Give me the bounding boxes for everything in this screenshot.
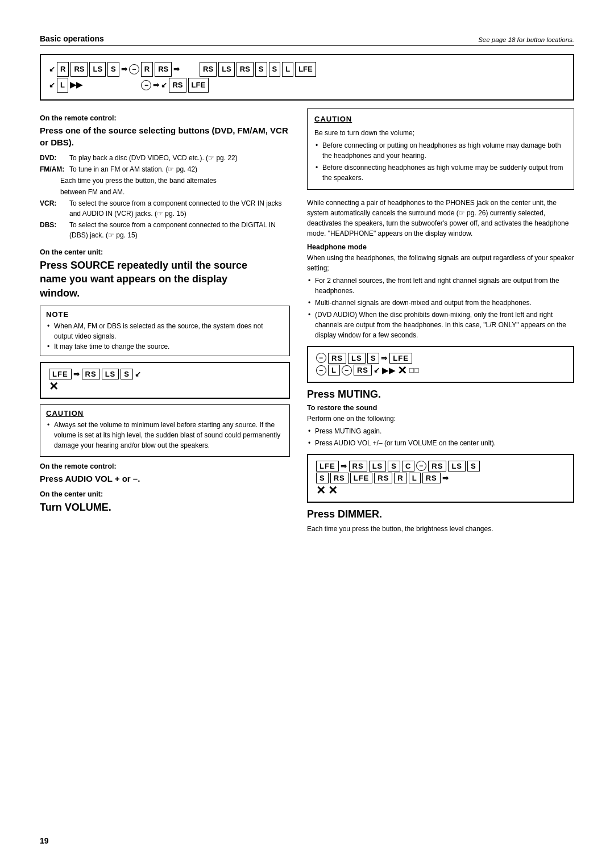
right-column: CAUTION Be sure to turn down the volume;… [307,108,574,536]
page-header: Basic operations See page 18 for button … [40,34,574,46]
source-heading: Press one of the source selecting button… [40,124,290,148]
header-title: Basic operations [40,34,104,43]
note-2: It may take time to change the source. [46,341,284,352]
dimmer-text: Each time you press the button, the brig… [307,524,574,534]
center-label-2: On the center unit: [40,490,290,498]
dimmer-line-1: LFE ⇒ RS LS S C − RS LS S [316,461,565,471]
caution-bullet-left-1: Always set the volume to minimum level b… [46,420,284,450]
dbs-row: DBS: To select the source from a compone… [40,220,290,240]
headphone-para: While connecting a pair of headphones to… [307,198,574,239]
headphone-intro: When using the headphones, the following… [307,253,574,273]
caution-right-bullet-2: Before disconnecting headphones as high … [314,162,567,183]
remote-label-2: On the remote control: [40,462,290,470]
headphone-bullet-1: For 2 channel sources, the front left an… [307,276,574,296]
headphone-bullet-2: Multi-channel signals are down-mixed and… [307,298,574,308]
fmam-sub2: between FM and AM. [40,187,290,197]
fmam-row: FM/AM: To tune in an FM or AM station. (… [40,164,290,174]
note-box: NOTE When AM, FM or DBS is selected as t… [40,306,290,356]
mute-diagram: − RS LS S ⇒ LFE − L − RS ↙ ▶▶ ✕ □□ [307,346,574,383]
headphone-bullet-3: (DVD AUDIO) When the disc prohibits down… [307,310,574,340]
dimmer-line-2: S RS LFE RS R L RS ⇒ [316,473,565,483]
restore-bullet-2: Press AUDIO VOL +/– (or turn VOLUME on t… [307,438,574,448]
dimmer-line-3: ✕ ✕ [316,485,565,496]
page-container: Basic operations See page 18 for button … [0,0,614,868]
dvd-row: DVD: To play back a disc (DVD VIDEO, VCD… [40,153,290,163]
restore-bullet-1: Press MUTING again. [307,426,574,436]
caution-right: CAUTION Be sure to turn down the volume;… [307,108,574,190]
press-muting-heading: Press MUTING. [307,389,574,400]
diagram-line-2: ↙ L ▶▶ − ⇒ ↙ RS LFE [49,78,565,93]
turn-volume-heading: Turn VOLUME. [40,500,290,514]
left-column: On the remote control: Press one of the … [40,108,290,536]
fmam-sub1: Each time you press the button, the band… [40,176,290,186]
center-label-1: On the center unit: [40,248,290,256]
caution-box-left: CAUTION Always set the volume to minimum… [40,404,290,457]
source-repeat-heading: Press SOURCE repeatedly until the source… [40,258,290,300]
caution-right-bullet-1: Before connecting or putting on headphon… [314,140,567,161]
caution-title-right: CAUTION [314,114,567,125]
dimmer-diagram: LFE ⇒ RS LS S C − RS LS S S RS LFE RS R [307,454,574,503]
note-1: When AM, FM or DBS is selected as the so… [46,321,284,341]
caution-text-1: Be sure to turn down the volume; [314,128,567,138]
top-diagram: ↙ R RS LS S ⇒ − R RS ⇒ RS LS RS S S L LF… [40,54,574,101]
audio-vol-heading: Press AUDIO VOL + or –. [40,473,290,485]
page-number: 19 [40,836,49,845]
lfe-line-1: LFE ⇒ RS LS S ↙ [49,369,281,379]
diagram-line-1: ↙ R RS LS S ⇒ − R RS ⇒ RS LS RS S S L LF… [49,62,565,77]
lfe-line-2: ✕ [49,381,281,392]
press-dimmer-heading: Press DIMMER. [307,508,574,520]
restore-title: To restore the sound [307,404,574,412]
caution-title-left: CAUTION [46,409,284,418]
restore-intro: Perform one on the following: [307,414,574,424]
lfe-diagram: LFE ⇒ RS LS S ↙ ✕ [40,362,290,399]
vcr-row: VCR: To select the source from a compone… [40,198,290,219]
remote-label-1: On the remote control: [40,114,290,122]
header-note: See page 18 for button locations. [478,36,574,43]
note-title: NOTE [46,310,284,319]
headphone-mode-title: Headphone mode [307,243,574,251]
mute-line-2: − L − RS ↙ ▶▶ ✕ □□ [316,365,565,376]
mute-line-1: − RS LS S ⇒ LFE [316,353,565,364]
two-col-layout: On the remote control: Press one of the … [40,108,574,536]
